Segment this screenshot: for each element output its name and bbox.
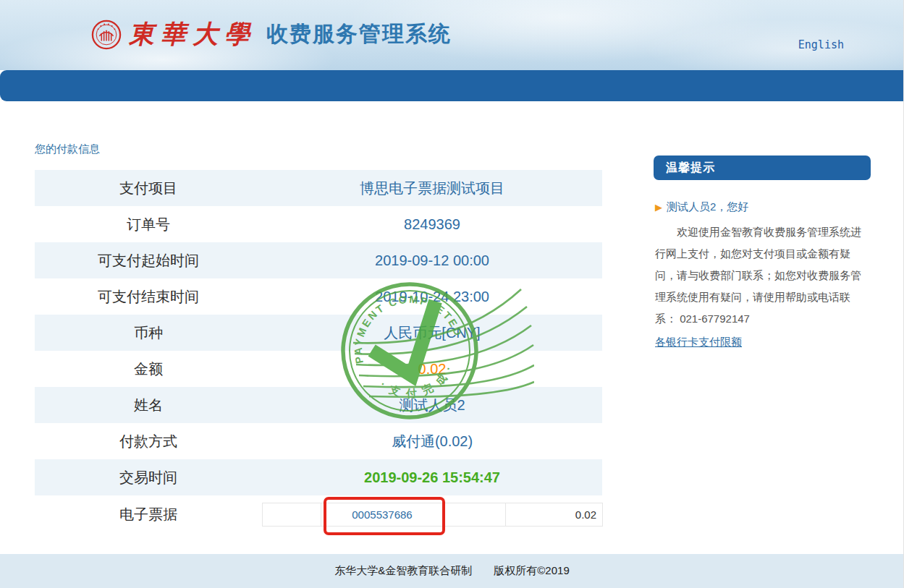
payment-row: 交易时间 2019-09-26 15:54:47 (35, 459, 602, 495)
einvoice-cell-empty (263, 503, 321, 527)
payment-row: 姓名 测试人员2 (35, 387, 602, 423)
payment-info-table: 支付项目 博思电子票据测试项目 订单号 8249369 可支付起始时间 2019… (35, 170, 602, 495)
page-footer: 东华大学&金智教育联合研制 版权所有©2019 (0, 554, 904, 588)
payment-row-value: 威付通(0.02) (262, 423, 602, 459)
payment-row: 支付项目 博思电子票据测试项目 (35, 170, 602, 206)
greeting-text: 测试人员2，您好 (667, 200, 748, 214)
payment-row-label: 金额 (35, 351, 262, 387)
payment-row-value: 测试人员2 (262, 387, 602, 423)
payment-row-value: 2019-10-24 23:00 (262, 278, 602, 315)
brand: 東華大學 收费服务管理系统 (91, 17, 452, 51)
university-seal-icon (91, 20, 122, 50)
payment-row-label: 可支付结束时间 (35, 278, 262, 315)
main-navbar (0, 70, 904, 101)
payment-row-value: 2019-09-26 15:54:47 (262, 459, 602, 495)
payment-row-value: 人民币元[CNY] (262, 315, 602, 351)
footer-credit: 东华大学&金智教育联合研制 (334, 564, 472, 578)
einvoice-number-link[interactable]: 0005537686 (321, 503, 444, 527)
payment-row-label: 支付项目 (35, 170, 262, 206)
payment-row-label: 订单号 (35, 206, 262, 242)
payment-row-label: 付款方式 (35, 423, 262, 459)
greeting-line: ▶ 测试人员2，您好 (655, 200, 869, 214)
payment-row-value: 2019-09-12 00:00 (262, 242, 602, 278)
bank-card-limit-link[interactable]: 各银行卡支付限额 (655, 336, 742, 349)
einvoice-cell-empty (444, 503, 506, 527)
payment-row-label: 币种 (35, 315, 262, 351)
payment-row-label: 姓名 (35, 387, 262, 423)
payment-row: 金额 0.02 (35, 351, 602, 387)
tips-sidebar: 温馨提示 ▶ 测试人员2，您好 欢迎使用金智教育收费服务管理系统进行网上支付，如… (654, 155, 871, 349)
einvoice-table: 0005537686 0.02 (262, 503, 603, 527)
system-title: 收费服务管理系统 (266, 20, 452, 49)
payment-row: 付款方式 威付通(0.02) (35, 423, 602, 459)
payment-row-label: 交易时间 (35, 459, 262, 495)
tips-header: 温馨提示 (654, 155, 871, 180)
payment-row-label: 可支付起始时间 (35, 242, 262, 278)
einvoice-amount: 0.02 (506, 503, 603, 527)
arrow-right-icon: ▶ (655, 202, 662, 213)
payment-section-title: 您的付款信息 (35, 142, 100, 156)
payment-row: 可支付起始时间 2019-09-12 00:00 (35, 242, 602, 278)
payment-row-value: 博思电子票据测试项目 (262, 170, 602, 206)
tips-paragraph: 欢迎使用金智教育收费服务管理系统进行网上支付，如您对支付项目或金额有疑问，请与收… (655, 221, 869, 330)
payment-row-value: 8249369 (262, 206, 602, 242)
payment-row: 可支付结束时间 2019-10-24 23:00 (35, 278, 602, 315)
footer-copyright: 版权所有©2019 (494, 564, 569, 578)
page-header: 東華大學 收费服务管理系统 English (0, 0, 904, 70)
einvoice-label: 电子票据 (35, 495, 262, 533)
einvoice-row: 电子票据 0005537686 0.02 (35, 495, 602, 533)
payment-row: 币种 人民币元[CNY] (35, 315, 602, 351)
payment-row: 订单号 8249369 (35, 206, 602, 242)
tips-body: ▶ 测试人员2，您好 欢迎使用金智教育收费服务管理系统进行网上支付，如您对支付项… (654, 180, 871, 349)
payment-row-value: 0.02 (262, 351, 602, 387)
english-language-link[interactable]: English (798, 38, 844, 51)
university-name: 東華大學 (129, 17, 256, 51)
